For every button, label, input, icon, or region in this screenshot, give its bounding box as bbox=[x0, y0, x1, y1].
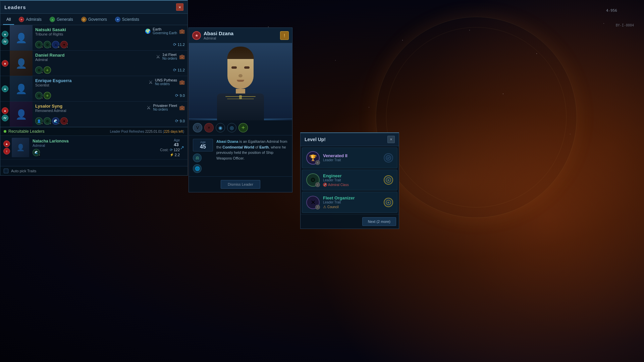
levelup-next-section: Next (2 more) bbox=[301, 214, 399, 229]
avatar-image bbox=[10, 51, 33, 76]
tab-all[interactable]: All bbox=[3, 15, 14, 25]
leader-info: Daniel Renard Admiral ⚔ 1st Fleet No ord… bbox=[33, 51, 187, 76]
assignment-icon: 🌍 bbox=[145, 28, 151, 34]
leader-item[interactable]: ▲ IV Lysalor Syng Renowned Admiral ⚔ Pri… bbox=[0, 102, 187, 127]
council-label: Council bbox=[327, 205, 338, 209]
leader-name-section: Daniel Renard Admiral bbox=[35, 53, 64, 62]
detail-bio-section: Age 45 ⚖ 🌐 Abasi Dzana is an Egalitarian… bbox=[189, 135, 292, 177]
portrait-figure bbox=[189, 43, 292, 120]
trait-icon: ✦I bbox=[60, 117, 68, 125]
tab-admirals[interactable]: ✦ Admirals bbox=[15, 15, 45, 25]
recruitable-section-title: Recruitable Leaders bbox=[4, 129, 44, 134]
detail-add-trait-button[interactable]: + bbox=[238, 123, 248, 132]
refresh-days: 225 days left bbox=[164, 130, 183, 133]
assignment-name: UNS Pytheas bbox=[155, 78, 177, 82]
storage-icon: 💼 bbox=[179, 79, 185, 85]
recruit-item-partial bbox=[0, 160, 187, 166]
fleet-organizer-option-icon: ✕ I bbox=[306, 196, 320, 209]
levelup-option-engineer[interactable]: ⚙ I Engineer Leader Trait 🚀 Admiral Clas… bbox=[302, 170, 397, 190]
leader-assignment: ⚔ UNS Pytheas No orders 💼 bbox=[149, 78, 185, 86]
stat-icon-balance: ⚖ bbox=[193, 154, 202, 162]
engineer-prereq: 🚀 Admiral Class bbox=[323, 183, 380, 187]
levelup-close-button[interactable]: × bbox=[387, 136, 395, 143]
levelup-option-fleet-organizer[interactable]: ✕ I Fleet Organizer Leader Trait ⚠ Counc… bbox=[302, 192, 397, 213]
detail-stats: Age 45 ⚖ 🌐 bbox=[193, 139, 213, 173]
assignment-name: Privateer Fleet bbox=[153, 104, 177, 108]
trait-icon: ⚙I bbox=[35, 92, 43, 99]
leader-bottom-row: ⚙I + ⟳ 9.0 bbox=[35, 92, 185, 99]
leader-role: Admiral bbox=[35, 58, 64, 62]
tab-generals[interactable]: ⚔ Generals bbox=[46, 15, 76, 25]
bio-world: Earth bbox=[259, 145, 269, 149]
bio-leader-name: Abasi Dzana bbox=[216, 139, 238, 143]
leader-xp: ⟳ 11.2 bbox=[173, 68, 185, 72]
recruit-item[interactable]: ▲ ! 👤 Natacha Larlonova Admiral 🌊I Age 4… bbox=[0, 136, 187, 160]
leader-xp: ⟳ 9.0 bbox=[175, 93, 185, 98]
auto-pick-checkbox[interactable] bbox=[4, 169, 8, 173]
recruit-info: Natacha Larlonova Admiral 🌊I bbox=[33, 139, 150, 156]
auto-pick-label: Auto pick Traits bbox=[11, 169, 36, 173]
add-trait-button[interactable]: + bbox=[44, 66, 51, 74]
tab-governors-label: Governors bbox=[88, 17, 107, 22]
engineer-select-button[interactable]: + bbox=[384, 175, 393, 185]
levelup-option-venerated[interactable]: 🏆 II Venerated II Leader Trait bbox=[302, 147, 397, 168]
detail-traits-bar: V × ◉ ◎ + bbox=[189, 120, 292, 135]
add-trait-button[interactable]: + bbox=[44, 92, 51, 99]
trait-icon: 👤I bbox=[35, 117, 43, 125]
levelup-next-button[interactable]: Next (2 more) bbox=[362, 217, 396, 226]
venerated-option-name: Venerated II bbox=[323, 153, 380, 158]
leader-item[interactable]: ▲ Enrique Esguerra Scientist ⚔ UNS Pythe… bbox=[0, 76, 187, 102]
trait-icon: ⚙I bbox=[44, 117, 51, 125]
leader-item[interactable]: ▲ IV Natsuki Sasaki Tribune of Rights 🌍 … bbox=[0, 25, 187, 51]
cost-energy-value: 122 bbox=[174, 148, 180, 152]
levelup-header: Level Up! × bbox=[301, 133, 399, 146]
admirals-tab-icon: ✦ bbox=[19, 17, 24, 22]
recruit-stats: Age 43 Cost: ⟳ 122 ⚡ 2.2 bbox=[150, 138, 180, 157]
detail-age-box: Age 45 bbox=[193, 139, 213, 152]
leader-role: Scientist bbox=[35, 83, 71, 87]
tab-generals-label: Generals bbox=[57, 17, 73, 22]
bio-world-type: Continental World bbox=[222, 145, 254, 149]
xp-value: 11.2 bbox=[178, 43, 185, 47]
portrait-uniform bbox=[217, 94, 264, 120]
fleet-organizer-select-button[interactable]: + bbox=[384, 198, 393, 207]
hire-button[interactable]: ↗ bbox=[180, 144, 184, 151]
leader-name: Daniel Renard bbox=[35, 53, 64, 58]
leader-detail-panel: ★ Abasi Dzana Admiral ! bbox=[189, 27, 292, 192]
fleet-organizer-option-type: Leader Trait bbox=[323, 200, 380, 204]
leader-bottom-row: ⚙I ⚙I ⚔II ✦I ⟳ 11.2 bbox=[35, 41, 185, 48]
engineer-option-text: Engineer Leader Trait 🚀 Admiral Class bbox=[323, 173, 380, 187]
leaders-header: Leaders × bbox=[0, 1, 187, 14]
detail-faction-icon: ★ bbox=[192, 31, 201, 40]
levelup-options: 🏆 II Venerated II Leader Trait ⚙ I Engi bbox=[301, 146, 399, 214]
assignment-icon: ⚔ bbox=[147, 105, 151, 110]
svg-text:+: + bbox=[387, 200, 389, 204]
cost-label: Cost: bbox=[160, 148, 169, 152]
portrait-nose bbox=[238, 74, 243, 77]
detail-trait-circle1: ◉ bbox=[216, 123, 225, 132]
leader-item[interactable]: ▲ Daniel Renard Admiral ⚔ 1st Fleet No o… bbox=[0, 51, 187, 76]
option-icon-badge: II bbox=[315, 160, 320, 165]
auto-pick-row[interactable]: Auto pick Traits bbox=[0, 166, 187, 175]
assignment-text: Earth Governing Earth bbox=[153, 27, 177, 35]
leader-traits: ⚙I ⚙I ⚔II ✦I bbox=[35, 41, 68, 48]
age-value: 45 bbox=[196, 144, 210, 150]
leaders-close-button[interactable]: × bbox=[176, 3, 183, 11]
hud-sector: BY-I-0004 bbox=[616, 23, 634, 27]
assignment-sub: No orders bbox=[153, 108, 177, 111]
storage-icon: 💼 bbox=[179, 28, 185, 34]
generals-tab-icon: ⚔ bbox=[50, 17, 55, 22]
leader-name: Natsuki Sasaki bbox=[35, 27, 66, 32]
age-label: Age bbox=[174, 138, 180, 142]
leader-top-row: Enrique Esguerra Scientist ⚔ UNS Pytheas… bbox=[35, 78, 185, 87]
level-badge: ▲ bbox=[2, 107, 8, 114]
tab-governors[interactable]: ⚙ Governors bbox=[78, 15, 110, 25]
dismiss-leader-button[interactable]: Dismiss Leader bbox=[221, 180, 260, 189]
refresh-date: 2225.01.01 bbox=[145, 130, 162, 133]
recruitable-label: Recruitable Leaders bbox=[8, 129, 44, 134]
assignment-text: 1st Fleet No orders bbox=[162, 53, 177, 60]
leader-level-indicator: ▲ IV bbox=[0, 25, 10, 50]
tab-scientists[interactable]: ✦ Scientists bbox=[112, 15, 143, 25]
leader-top-row: Daniel Renard Admiral ⚔ 1st Fleet No ord… bbox=[35, 53, 185, 62]
recruit-cost: Cost: ⟳ 122 bbox=[160, 148, 180, 152]
